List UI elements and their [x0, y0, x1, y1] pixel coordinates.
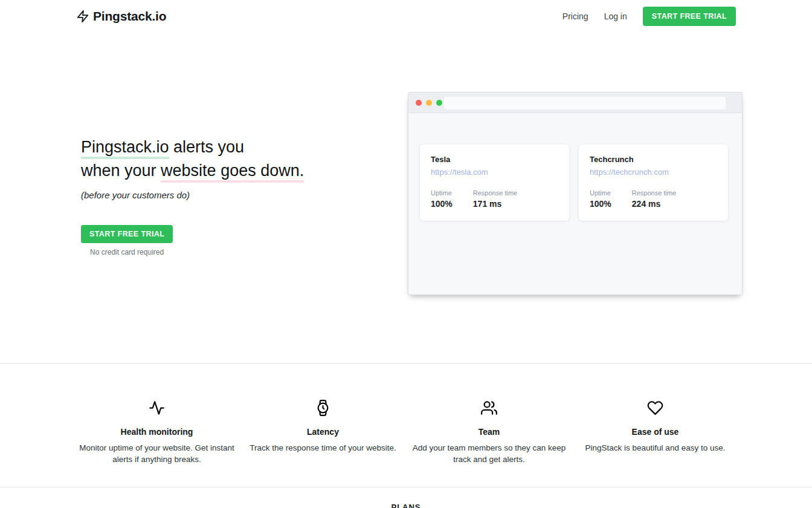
title-rest-line1: alerts you	[169, 138, 245, 156]
landing-page: Pingstack.io Pricing Log in START FREE T…	[0, 0, 812, 508]
feature-ease-of-use: Ease of use PingStack is beautiful and e…	[572, 400, 738, 465]
hero-start-trial-button[interactable]: START FREE TRIAL	[81, 225, 173, 243]
traffic-light-green-icon	[436, 100, 442, 106]
page-title: Pingstack.io alerts youwhen your website…	[81, 135, 304, 183]
title-highlight-green: Pingstack.io	[81, 138, 169, 159]
feature-description: Add your team members so they can keep t…	[407, 442, 572, 465]
users-icon	[406, 400, 572, 416]
site-url: https://techcrunch.com	[590, 168, 717, 177]
uptime-stat: Uptime 100%	[431, 189, 453, 209]
monitor-card-tesla: Tesla https://tesla.com Uptime 100% Resp…	[420, 145, 569, 221]
response-time-stat: Response time 224 ms	[632, 189, 676, 209]
response-time-label: Response time	[632, 189, 676, 197]
nav-link-login[interactable]: Log in	[604, 11, 627, 21]
nav-link-pricing[interactable]: Pricing	[562, 11, 588, 21]
uptime-label: Uptime	[590, 189, 611, 197]
hero-subtitle: (before your customers do)	[81, 190, 190, 200]
response-time-value: 224 ms	[632, 199, 676, 209]
site-name: Techcrunch	[590, 155, 717, 164]
feature-latency: Latency Track the response time of your …	[240, 400, 406, 465]
nav-links: Pricing Log in START FREE TRIAL	[562, 7, 736, 26]
site-name: Tesla	[431, 155, 558, 164]
response-time-label: Response time	[473, 189, 517, 197]
top-nav: Pingstack.io Pricing Log in START FREE T…	[0, 0, 812, 33]
monitor-card-techcrunch: Techcrunch https://techcrunch.com Uptime…	[579, 145, 728, 221]
brand-logo[interactable]: Pingstack.io	[76, 9, 166, 24]
zap-icon	[76, 9, 89, 24]
response-time-value: 171 ms	[473, 199, 517, 209]
site-stats: Uptime 100% Response time 171 ms	[431, 189, 558, 209]
feature-description: PingStack is beautiful and easy to use.	[573, 442, 738, 454]
uptime-value: 100%	[590, 199, 611, 209]
feature-health-monitoring: Health monitoring Monitor uptime of your…	[74, 400, 240, 465]
feature-team: Team Add your team members so they can k…	[406, 400, 572, 465]
site-url: https://tesla.com	[431, 168, 558, 177]
feature-title: Health monitoring	[74, 427, 240, 437]
response-time-stat: Response time 171 ms	[473, 189, 517, 209]
uptime-stat: Uptime 100%	[590, 189, 611, 209]
uptime-label: Uptime	[431, 189, 453, 197]
brand-name: Pingstack.io	[93, 9, 166, 24]
cta-note: No credit card required	[81, 248, 173, 256]
watch-icon	[240, 400, 406, 416]
uptime-value: 100%	[431, 199, 453, 209]
feature-title: Ease of use	[572, 427, 738, 437]
site-stats: Uptime 100% Response time 224 ms	[590, 189, 717, 209]
title-prefix-line2: when your	[81, 161, 161, 180]
title-highlight-pink: website goes down.	[161, 161, 304, 183]
nav-start-trial-button[interactable]: START FREE TRIAL	[643, 7, 736, 26]
features-grid: Health monitoring Monitor uptime of your…	[74, 400, 738, 465]
feature-description: Track the response time of your website.	[241, 442, 405, 454]
heart-icon	[572, 400, 738, 416]
browser-chrome-bar	[408, 93, 742, 113]
browser-mockup-window: Tesla https://tesla.com Uptime 100% Resp…	[408, 92, 743, 295]
traffic-light-yellow-icon	[426, 100, 432, 106]
browser-url-bar	[444, 97, 726, 109]
footer-section: PLANS	[0, 487, 812, 508]
hero-cta-group: START FREE TRIAL No credit card required	[81, 225, 173, 256]
feature-description: Monitor uptime of your website. Get inst…	[75, 442, 239, 465]
plans-heading: PLANS	[0, 503, 812, 508]
feature-title: Latency	[240, 427, 406, 437]
feature-title: Team	[406, 427, 572, 437]
traffic-lights	[416, 100, 442, 106]
monitor-cards: Tesla https://tesla.com Uptime 100% Resp…	[420, 145, 728, 221]
features-section: Health monitoring Monitor uptime of your…	[0, 363, 812, 487]
activity-icon	[74, 400, 240, 416]
traffic-light-red-icon	[416, 100, 422, 106]
